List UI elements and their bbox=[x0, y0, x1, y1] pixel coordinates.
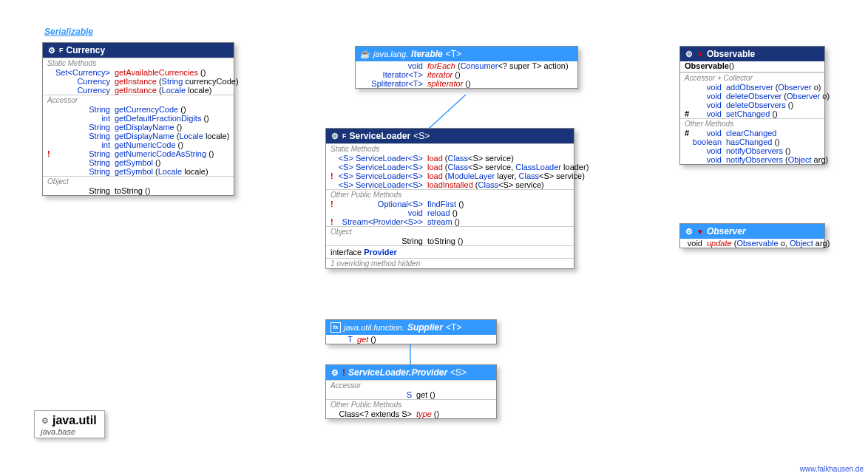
gear-icon bbox=[685, 227, 694, 236]
method-row: Sget () bbox=[326, 390, 496, 399]
serializable-link[interactable]: Serializable bbox=[44, 27, 93, 37]
class-iterable: java.lang.Iterable <T> voidforEach (Cons… bbox=[355, 46, 578, 89]
section-other-methods: Other Methods bbox=[680, 118, 824, 129]
method-row: intgetDefaultFractionDigits () bbox=[43, 114, 234, 123]
svg-line-0 bbox=[429, 95, 466, 129]
method-row: voidreload () bbox=[326, 208, 574, 217]
class-currency: F Currency Static Methods Set<Currency>g… bbox=[42, 42, 234, 196]
generic-param: <S> bbox=[413, 131, 430, 141]
method-row: StringgetSymbol () bbox=[43, 158, 234, 167]
iterable-header: java.lang.Iterable <T> bbox=[356, 47, 577, 61]
class-prefix: java.lang. bbox=[373, 50, 408, 58]
method-row: StringtoString () bbox=[43, 186, 234, 195]
method-row: voidupdate (Observable o, Object arg) bbox=[680, 239, 824, 248]
method-row: #voidsetChanged () bbox=[680, 109, 824, 118]
package-label: java.util java.base bbox=[34, 410, 105, 438]
method-row: voiddeleteObserver (Observer o) bbox=[680, 92, 824, 101]
method-row: voidaddObserver (Observer o) bbox=[680, 83, 824, 92]
inner-interface: interface Provider bbox=[326, 245, 574, 258]
method-row: StringgetDisplayName () bbox=[43, 123, 234, 132]
note-hidden: 1 overriding method hidden bbox=[326, 258, 574, 268]
method-row: <S> ServiceLoader<S>load (Class<S> servi… bbox=[326, 154, 574, 163]
method-row: StringgetDisplayName (Locale locale) bbox=[43, 132, 234, 140]
class-supplier: fx java.util.function.Supplier <T> Tget … bbox=[325, 319, 497, 344]
method-row: CurrencygetInstance (String currencyCode… bbox=[43, 77, 234, 86]
serviceloader-header: F ServiceLoader <S> bbox=[326, 129, 574, 143]
method-row: voidnotifyObservers (Object arg) bbox=[680, 155, 824, 164]
observer-header: Observer bbox=[680, 224, 824, 239]
section-other-methods: Other Public Methods bbox=[326, 189, 574, 200]
generic-param: <T> bbox=[446, 322, 461, 333]
method-row: booleanhasChanged () bbox=[680, 137, 824, 146]
supplier-header: fx java.util.function.Supplier <T> bbox=[326, 320, 496, 335]
method-row: intgetNumericCode () bbox=[43, 140, 234, 149]
method-row: !Optional<S>findFirst () bbox=[326, 200, 574, 208]
section-accessor: Accessor bbox=[43, 95, 234, 105]
method-row: StringgetSymbol (Locale locale) bbox=[43, 167, 234, 176]
deprecated-icon bbox=[696, 228, 704, 236]
new-marker: ! bbox=[342, 367, 345, 378]
section-other-methods: Other Public Methods bbox=[326, 399, 496, 409]
class-serviceloader: F ServiceLoader <S> Static Methods <S> S… bbox=[325, 128, 574, 269]
deprecated-icon bbox=[696, 50, 704, 58]
method-row: Spliterator<T>spliterator () bbox=[356, 79, 577, 88]
connector-iterable-serviceloader bbox=[325, 95, 621, 132]
watermark-link[interactable]: www.falkhausen.de bbox=[800, 465, 864, 473]
generic-param: <S> bbox=[450, 367, 467, 378]
class-title: ServiceLoader.Provider bbox=[348, 367, 447, 378]
section-accessor-collector: Accessor + Collector bbox=[680, 72, 824, 83]
package-title: java.util bbox=[52, 414, 97, 427]
section-object: Object bbox=[326, 226, 574, 237]
method-row: StringgetCurrencyCode () bbox=[43, 105, 234, 114]
gear-icon bbox=[330, 132, 339, 140]
provider-header: ! ServiceLoader.Provider <S> bbox=[326, 365, 496, 380]
fn-icon: fx bbox=[330, 322, 341, 333]
connector-supplier-provider bbox=[325, 344, 495, 367]
class-title: ServiceLoader bbox=[350, 131, 411, 141]
method-row: <S> ServiceLoader<S>load (Class<S> servi… bbox=[326, 163, 574, 171]
method-row: <S> ServiceLoader<S>loadInstalled (Class… bbox=[326, 180, 574, 189]
section-accessor: Accessor bbox=[326, 380, 496, 390]
method-row: !StringgetNumericCodeAsString () bbox=[43, 149, 234, 158]
method-row: voiddeleteObservers () bbox=[680, 101, 824, 109]
class-title: Observable bbox=[707, 49, 755, 59]
method-row: voidforEach (Consumer<? super T> action) bbox=[356, 61, 577, 70]
final-marker: F bbox=[59, 47, 64, 54]
package-module: java.base bbox=[41, 427, 97, 436]
class-prefix: java.util.function. bbox=[344, 323, 404, 332]
method-row: CurrencygetInstance (Locale locale) bbox=[43, 86, 234, 95]
gear-icon bbox=[330, 368, 339, 377]
final-marker: F bbox=[342, 132, 347, 140]
section-static-methods: Static Methods bbox=[326, 143, 574, 154]
method-row: #voidclearChanged bbox=[680, 129, 824, 137]
gear-icon bbox=[685, 50, 694, 58]
java-cup-icon bbox=[360, 49, 370, 59]
method-row: Tget () bbox=[326, 335, 496, 344]
observable-header: Observable bbox=[680, 47, 824, 61]
class-title: Iterable bbox=[411, 49, 443, 59]
class-observable: Observable Observable () Accessor + Coll… bbox=[679, 46, 825, 165]
class-provider: ! ServiceLoader.Provider <S> Accessor Sg… bbox=[325, 364, 497, 419]
section-object: Object bbox=[43, 176, 234, 186]
class-title: Supplier bbox=[407, 322, 443, 333]
method-row: Set<Currency>getAvailableCurrencies () bbox=[43, 68, 234, 77]
method-row: voidnotifyObservers () bbox=[680, 146, 824, 155]
constructor-row: Observable () bbox=[680, 61, 824, 72]
class-observer: Observer voidupdate (Observable o, Objec… bbox=[679, 223, 825, 248]
method-row: !Stream<Provider<S>>stream () bbox=[326, 217, 574, 226]
method-row: !<S> ServiceLoader<S>load (ModuleLayer l… bbox=[326, 171, 574, 180]
class-title: Observer bbox=[707, 226, 746, 237]
method-row: Iterator<T>iterator () bbox=[356, 70, 577, 79]
gear-icon bbox=[47, 46, 56, 55]
section-static-methods: Static Methods bbox=[43, 58, 234, 68]
method-row: Class<? extends S>type () bbox=[326, 409, 496, 418]
currency-header: F Currency bbox=[43, 43, 234, 58]
gear-icon bbox=[41, 416, 50, 425]
method-row: StringtoString () bbox=[326, 237, 574, 245]
generic-param: <T> bbox=[446, 49, 461, 59]
class-title: Currency bbox=[67, 45, 106, 55]
